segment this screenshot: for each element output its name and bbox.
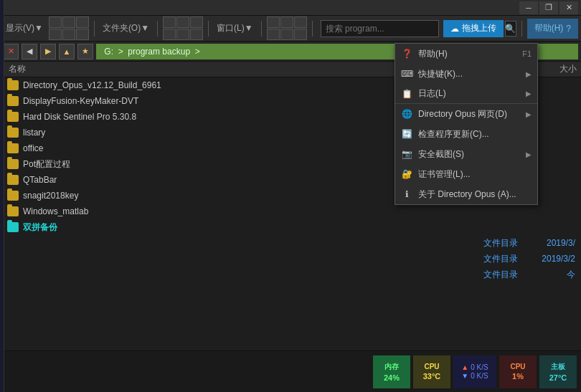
search-bar[interactable] [321, 20, 439, 37]
menu-item-cert[interactable]: 🔐 证书管理(L)... [395, 164, 537, 184]
net-down-value: 0 K/S [471, 372, 488, 380]
cpu-usage-widget[interactable]: CPU 1% [499, 355, 537, 388]
web-icon: 🌐 [401, 108, 412, 120]
cpu-usage-value: 1% [512, 372, 524, 381]
menu-item-help[interactable]: ❓ 帮助(H) F1 [395, 44, 537, 64]
view-btn-2[interactable] [62, 16, 75, 28]
layout-btn-1[interactable] [163, 16, 176, 28]
panel-btn-3[interactable] [294, 16, 307, 28]
board-temp-widget[interactable]: 主板 27°C [539, 355, 577, 388]
folder-icon [7, 175, 19, 185]
menu-item-log[interactable]: 📋 日志(L) ▶ [395, 84, 537, 104]
net-up-value: 0 K/S [471, 363, 488, 371]
panel-btn-5[interactable] [280, 29, 293, 40]
folder-icon [7, 191, 19, 201]
list-item[interactable]: 文件目录 2019/3/ [4, 235, 581, 251]
memory-value: 24% [384, 373, 400, 382]
menu-item-shortcuts[interactable]: ⌨ 快捷键(K)... ▶ [395, 64, 537, 84]
log-icon: 📋 [401, 88, 412, 100]
board-temp-label: 主板 [551, 362, 565, 372]
main-toolbar: 显示(V)▼ 文件夹(O)▼ 窗口(L)▼ [0, 16, 581, 42]
menu-help-shortcut: F1 [522, 49, 532, 58]
close-button[interactable]: ✕ [559, 1, 578, 14]
file-date-3: 今 [518, 269, 575, 281]
window-controls: ─ ❐ ✕ [519, 1, 578, 14]
menu-item-update[interactable]: 🔄 检查程序更新(C)... [395, 124, 537, 144]
view-btn-3[interactable] [76, 16, 89, 28]
list-item[interactable]: 文件目录 今 [4, 267, 581, 282]
menu-shortcuts-label: 快捷键(K)... [418, 68, 520, 80]
cpu-temp-label: CPU [424, 363, 439, 371]
up-arrow-icon: ▲ [461, 363, 468, 371]
view-btn-1[interactable] [49, 16, 62, 28]
panel-btn-6[interactable] [294, 29, 307, 40]
panel-btn-4[interactable] [267, 29, 280, 40]
up-button[interactable]: ▲ [59, 44, 75, 59]
menu-display[interactable]: 显示(V)▼ [3, 21, 46, 36]
folder-icon [7, 80, 19, 90]
file-name-cyan: 双拼备份 [23, 221, 521, 234]
status-bar: 内存 24% CPU 33°C ▲ 0 K/S ▼ 0 K/S CPU 1% 主… [0, 350, 581, 392]
sep-4 [261, 21, 262, 37]
sep-6 [521, 21, 522, 37]
title-bar: ─ ❐ ✕ [0, 0, 581, 16]
context-menu: ❓ 帮助(H) F1 ⌨ 快捷键(K)... ▶ 📋 日志(L) ▶ 🌐 Dir… [395, 43, 538, 205]
cpu-temp-value: 33°C [423, 372, 441, 381]
list-item[interactable]: Windows_matlab [4, 204, 581, 219]
view-btn-5[interactable] [62, 29, 75, 40]
menu-window[interactable]: 窗口(L)▼ [214, 21, 256, 36]
network-widget[interactable]: ▲ 0 K/S ▼ 0 K/S [453, 355, 496, 388]
home-button[interactable]: ★ [77, 44, 93, 59]
view-btn-6[interactable] [76, 29, 89, 40]
cpu-temp-widget[interactable]: CPU 33°C [413, 355, 450, 388]
layout-btn-6[interactable] [190, 29, 203, 40]
menu-item-opus-web[interactable]: 🌐 Directory Opus 网页(D) ▶ [395, 104, 537, 124]
list-item[interactable]: 文件目录 2019/3/2 [4, 251, 581, 267]
cloud-icon: ☁ [450, 24, 459, 34]
list-item[interactable]: 双拼备份 [4, 219, 581, 235]
menu-cert-label: 证书管理(L)... [418, 168, 532, 181]
panel-btn-1[interactable] [267, 16, 280, 28]
folder-icon [7, 128, 19, 138]
menu-item-about[interactable]: ℹ 关于 Directory Opus (A)... [395, 184, 537, 204]
close-panel-button[interactable]: ✕ [3, 44, 19, 59]
layout-btn-4[interactable] [163, 29, 176, 40]
layout-btn-3[interactable] [190, 16, 203, 28]
search-input[interactable] [326, 24, 434, 34]
menu-item-screenshot[interactable]: 📷 安全截图(S) ▶ [395, 144, 537, 164]
minimize-button[interactable]: ─ [519, 1, 538, 14]
down-arrow-icon: ▼ [461, 372, 468, 380]
file-type-2: 文件目录 [7, 253, 518, 265]
menu-help-label: 帮助(H) [418, 48, 516, 60]
sep-1 [94, 21, 95, 37]
folder-icon [7, 159, 19, 169]
menu-file[interactable]: 文件夹(O)▼ [100, 21, 152, 36]
forward-button[interactable]: ▶ [40, 44, 56, 59]
search-icon[interactable]: 🔍 [505, 21, 516, 37]
layout-btn-2[interactable] [176, 16, 189, 28]
menu-section: 显示(V)▼ [3, 21, 46, 36]
file-date-1: 2019/3/ [518, 238, 575, 248]
folder-icon [7, 143, 19, 153]
submenu-arrow-3: ▶ [526, 110, 532, 118]
memory-widget[interactable]: 内存 24% [373, 355, 410, 388]
folder-icon-cyan [7, 222, 19, 232]
sep-5 [312, 21, 313, 37]
screenshot-icon: 📷 [401, 148, 412, 160]
about-icon: ℹ [401, 188, 412, 200]
cloud-upload-button[interactable]: ☁ 拖拽上传 [443, 20, 504, 37]
menu-update-label: 检查程序更新(C)... [418, 128, 532, 140]
back-button[interactable]: ◀ [22, 44, 37, 59]
menu-log-label: 日志(L) [418, 87, 520, 100]
panel-btn-2[interactable] [280, 16, 293, 28]
folder-icon [7, 206, 19, 216]
menu-screenshot-label: 安全截图(S) [418, 148, 520, 161]
view-btn-4[interactable] [49, 29, 62, 40]
layout-btn-5[interactable] [176, 29, 189, 40]
layout-buttons [163, 16, 203, 40]
maximize-button[interactable]: ❐ [539, 1, 558, 14]
help-button[interactable]: 帮助(H) ? [527, 19, 578, 39]
update-icon: 🔄 [401, 128, 412, 140]
network-up-row: ▲ 0 K/S [461, 363, 488, 371]
file-date-2: 2019/3/2 [518, 254, 575, 264]
